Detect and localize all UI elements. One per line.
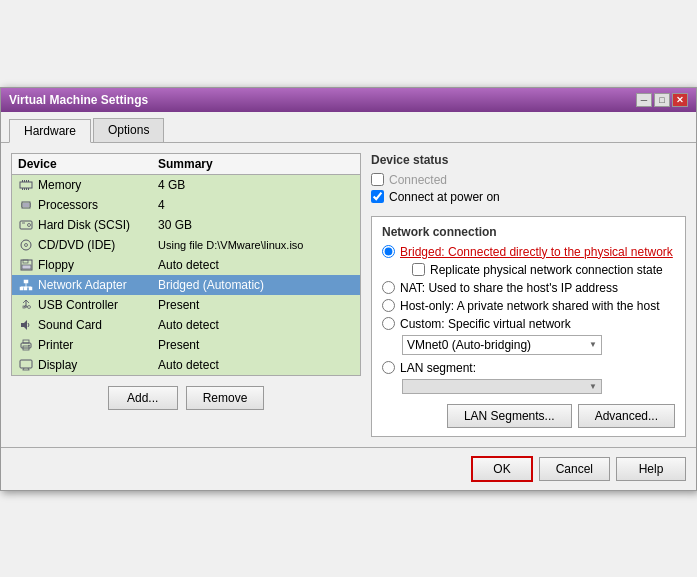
header-summary: Summary — [158, 157, 354, 171]
device-name-network: Network Adapter — [38, 278, 127, 292]
nat-radio[interactable] — [382, 281, 395, 294]
network-connection-section: Network connection Bridged: Connected di… — [371, 216, 686, 437]
device-summary-printer: Present — [158, 338, 354, 352]
lan-radio[interactable] — [382, 361, 395, 374]
nat-label: NAT: Used to share the host's IP address — [400, 281, 618, 295]
device-summary-floppy: Auto detect — [158, 258, 354, 272]
help-button[interactable]: Help — [616, 457, 686, 481]
table-row[interactable]: Printer Present — [12, 335, 360, 355]
svg-rect-1 — [22, 180, 23, 182]
table-row[interactable]: USB Controller Present — [12, 295, 360, 315]
table-row[interactable]: Display Auto detect — [12, 355, 360, 375]
svg-rect-4 — [28, 180, 29, 182]
svg-point-37 — [28, 344, 30, 346]
left-panel: Device Summary Memory 4 GB — [11, 153, 361, 437]
vmnet-dropdown-arrow: ▼ — [589, 340, 597, 349]
usb-icon — [18, 299, 34, 311]
table-header: Device Summary — [12, 154, 360, 175]
minimize-button[interactable]: ─ — [636, 93, 652, 107]
device-summary-memory: 4 GB — [158, 178, 354, 192]
device-name-cddvd: CD/DVD (IDE) — [38, 238, 115, 252]
hostonly-radio-row: Host-only: A private network shared with… — [382, 299, 675, 313]
svg-rect-24 — [20, 287, 23, 290]
svg-point-16 — [28, 223, 31, 226]
network-icon — [18, 279, 34, 291]
vmnet-dropdown[interactable]: VMnet0 (Auto-bridging) ▼ — [402, 335, 602, 355]
device-summary-processors: 4 — [158, 198, 354, 212]
connected-label: Connected — [389, 173, 447, 187]
cddvd-icon — [18, 239, 34, 251]
ok-button[interactable]: OK — [471, 456, 532, 482]
display-icon — [18, 359, 34, 371]
device-status-label: Device status — [371, 153, 686, 167]
connected-checkbox[interactable] — [371, 173, 384, 186]
close-button[interactable]: ✕ — [672, 93, 688, 107]
lan-dropdown[interactable]: ▼ — [402, 379, 602, 394]
bridged-label: Bridged: Connected directly to the physi… — [400, 245, 673, 259]
floppy-icon — [18, 259, 34, 271]
svg-rect-5 — [22, 188, 23, 190]
replicate-checkbox[interactable] — [412, 263, 425, 276]
connected-checkbox-row: Connected — [371, 173, 686, 187]
device-name-memory: Memory — [38, 178, 81, 192]
svg-rect-6 — [24, 188, 25, 190]
tab-hardware[interactable]: Hardware — [9, 119, 91, 143]
table-row[interactable]: Sound Card Auto detect — [12, 315, 360, 335]
table-row[interactable]: CD/DVD (IDE) Using file D:\VMware\linux.… — [12, 235, 360, 255]
device-name-printer: Printer — [38, 338, 73, 352]
connect-power-label: Connect at power on — [389, 190, 500, 204]
lan-dropdown-arrow: ▼ — [589, 382, 597, 391]
device-action-buttons: Add... Remove — [11, 386, 361, 410]
svg-rect-7 — [26, 188, 27, 190]
svg-point-19 — [25, 243, 28, 246]
remove-button[interactable]: Remove — [186, 386, 265, 410]
right-panel: Device status Connected Connect at power… — [371, 153, 686, 437]
bottom-bar: OK Cancel Help — [1, 447, 696, 490]
svg-rect-3 — [26, 180, 27, 182]
title-bar: Virtual Machine Settings ─ □ ✕ — [1, 88, 696, 112]
bridged-radio[interactable] — [382, 245, 395, 258]
table-row[interactable]: Processors 4 — [12, 195, 360, 215]
replicate-checkbox-row: Replicate physical network connection st… — [412, 263, 675, 277]
connect-power-checkbox[interactable] — [371, 190, 384, 203]
advanced-button[interactable]: Advanced... — [578, 404, 675, 428]
title-bar-buttons: ─ □ ✕ — [636, 93, 688, 107]
main-window: Virtual Machine Settings ─ □ ✕ Hardware … — [0, 87, 697, 491]
lan-segments-button[interactable]: LAN Segments... — [447, 404, 572, 428]
device-status-section: Device status Connected Connect at power… — [371, 153, 686, 204]
vmnet-label: VMnet0 (Auto-bridging) — [407, 338, 531, 352]
device-name-usb: USB Controller — [38, 298, 118, 312]
svg-rect-25 — [24, 287, 27, 290]
hostonly-label: Host-only: A private network shared with… — [400, 299, 659, 313]
device-table: Device Summary Memory 4 GB — [11, 153, 361, 376]
device-summary-harddisk: 30 GB — [158, 218, 354, 232]
svg-rect-33 — [21, 323, 24, 327]
tab-options[interactable]: Options — [93, 118, 164, 142]
tabs-bar: Hardware Options — [1, 112, 696, 143]
nat-radio-row: NAT: Used to share the host's IP address — [382, 281, 675, 295]
bridged-radio-row: Bridged: Connected directly to the physi… — [382, 245, 675, 259]
device-summary-network: Bridged (Automatic) — [158, 278, 354, 292]
header-device: Device — [18, 157, 158, 171]
window-title: Virtual Machine Settings — [9, 93, 148, 107]
device-summary-cddvd: Using file D:\VMware\linux.iso — [158, 239, 354, 251]
device-name-sound: Sound Card — [38, 318, 102, 332]
custom-radio-row: Custom: Specific virtual network — [382, 317, 675, 331]
custom-radio[interactable] — [382, 317, 395, 330]
svg-rect-23 — [24, 280, 28, 283]
table-row[interactable]: Floppy Auto detect — [12, 255, 360, 275]
harddisk-icon — [18, 219, 34, 231]
printer-icon — [18, 339, 34, 351]
add-button[interactable]: Add... — [108, 386, 178, 410]
table-row[interactable]: Hard Disk (SCSI) 30 GB — [12, 215, 360, 235]
network-connection-label: Network connection — [382, 225, 675, 239]
replicate-label: Replicate physical network connection st… — [430, 263, 663, 277]
table-row-network[interactable]: Network Adapter Bridged (Automatic) — [12, 275, 360, 295]
custom-label: Custom: Specific virtual network — [400, 317, 571, 331]
processor-icon — [18, 199, 34, 211]
svg-rect-22 — [22, 265, 31, 269]
table-row[interactable]: Memory 4 GB — [12, 175, 360, 195]
cancel-button[interactable]: Cancel — [539, 457, 610, 481]
maximize-button[interactable]: □ — [654, 93, 670, 107]
hostonly-radio[interactable] — [382, 299, 395, 312]
